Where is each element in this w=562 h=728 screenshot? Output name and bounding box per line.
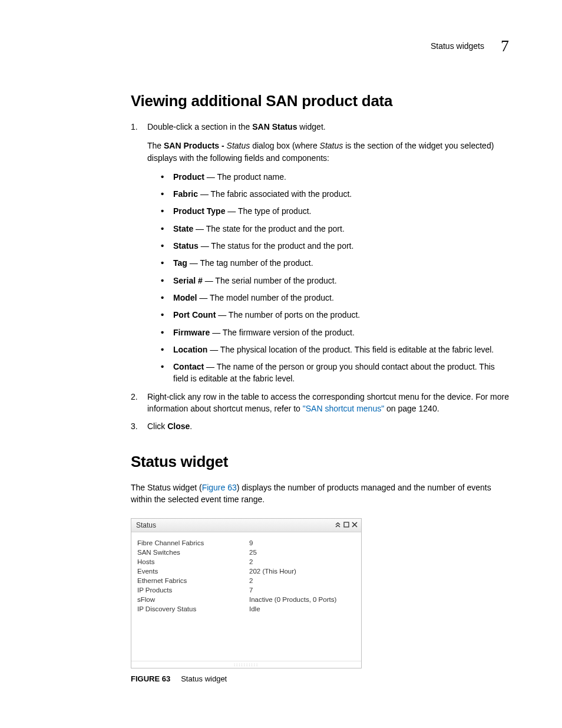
def-item: Tag — The tag number of the product. [159, 257, 509, 269]
resize-handle[interactable]: :::::::::: [131, 661, 361, 668]
widget-row[interactable]: Ethernet Fabrics2 [137, 576, 358, 585]
running-header: Status widgets 7 [53, 37, 509, 55]
def-item: Product — The product name. [159, 171, 509, 183]
section-heading-viewing: Viewing additional SAN product data [131, 92, 509, 110]
link-figure-63[interactable]: Figure 63 [202, 483, 237, 492]
widget-row[interactable]: Hosts2 [137, 557, 358, 566]
def-item: Status — The status for the product and … [159, 240, 509, 252]
step-1-followup: The SAN Products - Status dialog box (wh… [147, 140, 509, 164]
step-2: Right-click any row in the table to acce… [131, 391, 509, 415]
widget-row[interactable]: SAN Switches25 [137, 548, 358, 557]
def-item: Serial # — The serial number of the prod… [159, 275, 509, 286]
svg-rect-0 [344, 522, 349, 527]
def-item: Port Count — The number of ports on the … [159, 309, 509, 321]
def-item: State — The state for the product and th… [159, 223, 509, 235]
widget-titlebar[interactable]: Status [131, 519, 361, 532]
close-icon[interactable] [352, 522, 358, 529]
step-1: Double-click a section in the SAN Status… [131, 121, 509, 385]
figure-caption: FIGURE 63Status widget [131, 674, 509, 683]
maximize-icon[interactable] [343, 522, 349, 529]
widget-row[interactable]: IP Products7 [137, 585, 358, 595]
section-heading-status-widget: Status widget [131, 453, 509, 471]
widget-title: Status [136, 521, 156, 529]
widget-body: Fibre Channel Fabrics9 SAN Switches25 Ho… [131, 532, 361, 661]
widget-row[interactable]: IP Discovery StatusIdle [137, 604, 358, 614]
def-item: Firmware — The firmware version of the p… [159, 327, 509, 338]
chapter-number: 7 [501, 37, 509, 55]
procedure-steps: Double-click a section in the SAN Status… [131, 121, 509, 433]
widget-titlebar-controls [335, 522, 358, 529]
def-item: Contact — The name of the person or grou… [159, 361, 509, 385]
field-definitions: Product — The product name. Fabric — The… [159, 171, 509, 385]
status-widget-intro: The Status widget (Figure 63) displays t… [131, 482, 509, 506]
status-widget-panel: Status Fibre Channel Fabrics9 SAN Switch… [131, 518, 362, 668]
header-section: Status widgets [431, 41, 484, 51]
widget-row[interactable]: Events202 (This Hour) [137, 566, 358, 576]
def-item: Location — The physical location of the … [159, 344, 509, 355]
def-item: Model — The model number of the product. [159, 292, 509, 304]
def-item: Fabric — The fabric associated with the … [159, 188, 509, 200]
collapse-up-icon[interactable] [335, 522, 341, 529]
link-san-shortcut-menus[interactable]: "SAN shortcut menus" [303, 404, 384, 413]
def-item: Product Type — The type of product. [159, 205, 509, 217]
widget-row[interactable]: Fibre Channel Fabrics9 [137, 538, 358, 548]
widget-row[interactable]: sFlowInactive (0 Products, 0 Ports) [137, 595, 358, 604]
step-3: Click Close. [131, 420, 509, 432]
